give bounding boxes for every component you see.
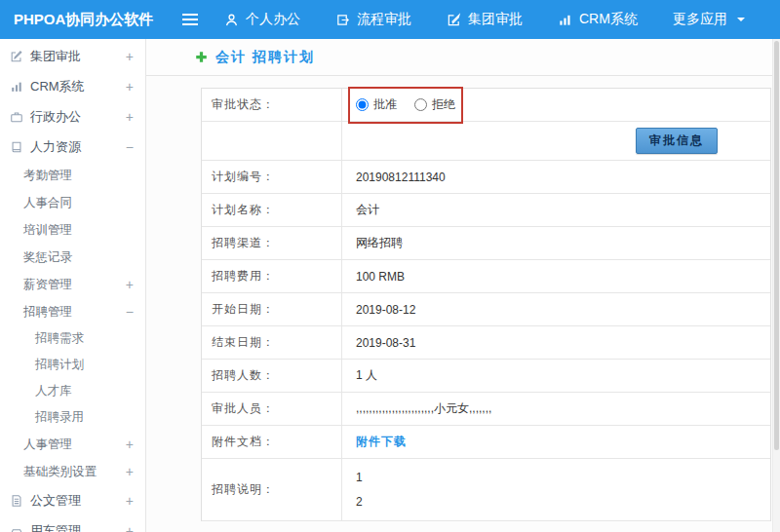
sidebar-item-label: 人才库 bbox=[35, 383, 72, 399]
top-navigation: 个人办公 流程审批 集团审批 CRM系统 更多应用 bbox=[224, 11, 746, 28]
breadcrumb: 会计 招聘计划 bbox=[146, 39, 780, 76]
field-label: 结束日期： bbox=[202, 326, 342, 359]
field-label: 开始日期： bbox=[202, 293, 342, 325]
field-label: 招聘渠道： bbox=[202, 227, 342, 259]
sidebar-item-label: 薪资管理 bbox=[23, 277, 72, 293]
edit-icon bbox=[10, 50, 23, 63]
approval-info-button[interactable]: 审批信息 bbox=[636, 128, 718, 154]
radio-reject-label: 拒绝 bbox=[432, 96, 455, 113]
nav-item-label: 流程审批 bbox=[357, 11, 411, 28]
expand-icon[interactable]: + bbox=[126, 50, 134, 63]
field-label: 审批人员： bbox=[202, 393, 342, 425]
topbar: PHPOA协同办公软件 个人办公 流程审批 集团审批 CRM系统 bbox=[0, 0, 780, 39]
sidebar-item-training[interactable]: 培训管理 bbox=[0, 216, 145, 244]
nav-more-apps[interactable]: 更多应用 bbox=[673, 11, 746, 28]
expand-icon[interactable]: + bbox=[126, 110, 134, 124]
sidebar-item-salary[interactable]: 薪资管理 + bbox=[0, 271, 145, 298]
table-row-cost: 招聘费用： 100 RMB bbox=[202, 260, 770, 293]
table-row-end-date: 结束日期： 2019-08-31 bbox=[202, 326, 770, 360]
table-row-plan-number: 计划编号： 20190812111340 bbox=[202, 161, 770, 194]
expand-icon[interactable]: + bbox=[126, 494, 134, 508]
description-line: 2 bbox=[356, 494, 363, 511]
approval-radio-group: 批准 拒绝 bbox=[356, 96, 455, 113]
sidebar-item-label: 行政办公 bbox=[30, 108, 81, 126]
radio-approve-input[interactable] bbox=[356, 98, 369, 111]
field-label: 审批状态： bbox=[202, 89, 342, 121]
sidebar-item-label: 考勤管理 bbox=[23, 168, 72, 184]
field-label: 计划名称： bbox=[202, 194, 342, 226]
field-label: 招聘说明： bbox=[202, 459, 342, 520]
sidebar-item-documents[interactable]: 公文管理 + bbox=[0, 485, 145, 515]
sidebar-item-recruit-demand[interactable]: 招聘需求 bbox=[0, 325, 145, 352]
field-value: 附件下载 bbox=[342, 426, 770, 458]
sidebar-item-label: 培训管理 bbox=[23, 222, 72, 239]
detail-panel: 审批状态： 批准 拒绝 bbox=[146, 76, 780, 521]
nav-process-approval[interactable]: 流程审批 bbox=[335, 11, 411, 28]
sidebar-item-label: 集团审批 bbox=[30, 48, 81, 65]
scrollbar-thumb[interactable] bbox=[774, 41, 779, 450]
table-row-actions: 审批信息 bbox=[202, 122, 770, 161]
description-line: 1 bbox=[356, 470, 363, 486]
workflow-icon bbox=[335, 13, 350, 27]
sidebar: 集团审批 + CRM系统 + 行政办公 + 人力资源 − 考勤管理 bbox=[0, 39, 146, 532]
sidebar-item-label: 人事管理 bbox=[23, 437, 72, 453]
collapse-icon[interactable]: − bbox=[126, 140, 134, 154]
nav-item-label: 个人办公 bbox=[246, 11, 300, 28]
nav-group-approval[interactable]: 集团审批 bbox=[447, 11, 523, 28]
expand-icon[interactable]: + bbox=[126, 437, 134, 451]
sidebar-item-hr-contract[interactable]: 人事合同 bbox=[0, 189, 145, 216]
field-label: 招聘人数： bbox=[202, 360, 342, 392]
field-value: 审批信息 bbox=[342, 122, 770, 160]
page-title: 会计 招聘计划 bbox=[215, 49, 315, 66]
sidebar-item-rewards[interactable]: 奖惩记录 bbox=[0, 244, 145, 271]
sidebar-item-label: 奖惩记录 bbox=[23, 249, 72, 266]
radio-approve[interactable]: 批准 bbox=[356, 96, 397, 113]
book-icon bbox=[10, 140, 23, 154]
radio-reject-input[interactable] bbox=[414, 98, 427, 111]
sidebar-item-vehicle[interactable]: 用车管理 + bbox=[0, 515, 145, 532]
scrollbar[interactable] bbox=[772, 39, 780, 532]
field-value: 2019-08-12 bbox=[342, 293, 770, 325]
sidebar-item-base-category[interactable]: 基础类别设置 + bbox=[0, 458, 145, 485]
field-value: 1 人 bbox=[342, 360, 770, 392]
field-value: ,,,,,,,,,,,,,,,,,,,,,,,,小元女,,,,,,, bbox=[342, 393, 770, 425]
sidebar-item-label: 人事合同 bbox=[23, 195, 72, 211]
field-label bbox=[202, 122, 342, 160]
sidebar-item-talent-pool[interactable]: 人才库 bbox=[0, 378, 145, 404]
nav-item-label: 更多应用 bbox=[673, 11, 727, 28]
nav-item-label: CRM系统 bbox=[579, 11, 638, 28]
person-icon bbox=[224, 13, 239, 27]
expand-icon[interactable]: + bbox=[126, 80, 134, 94]
field-value: 网络招聘 bbox=[342, 227, 770, 259]
hamburger-menu-icon[interactable] bbox=[181, 13, 199, 26]
sidebar-item-label: 公文管理 bbox=[30, 492, 81, 510]
chevron-down-icon bbox=[736, 12, 746, 27]
document-icon bbox=[10, 494, 23, 508]
table-row-description: 招聘说明： 1 2 bbox=[202, 459, 770, 521]
table-row-plan-name: 计划名称： 会计 bbox=[202, 194, 770, 227]
sidebar-item-group-approval[interactable]: 集团审批 + bbox=[0, 41, 145, 71]
expand-icon[interactable]: + bbox=[126, 465, 134, 478]
sidebar-item-personnel[interactable]: 人事管理 + bbox=[0, 431, 145, 458]
sidebar-item-recruit-plan[interactable]: 招聘计划 bbox=[0, 352, 145, 378]
radio-reject[interactable]: 拒绝 bbox=[414, 96, 455, 113]
nav-crm-system[interactable]: CRM系统 bbox=[558, 11, 638, 28]
sidebar-item-label: 用车管理 bbox=[30, 522, 81, 532]
bar-chart-icon bbox=[558, 13, 572, 27]
car-icon bbox=[10, 524, 23, 532]
collapse-icon[interactable]: − bbox=[126, 305, 134, 319]
sidebar-item-admin-office[interactable]: 行政办公 + bbox=[0, 101, 145, 132]
field-value: 会计 bbox=[342, 194, 770, 226]
field-value: 批准 拒绝 bbox=[342, 89, 770, 121]
expand-icon[interactable]: + bbox=[126, 278, 134, 291]
sidebar-item-recruit-hire[interactable]: 招聘录用 bbox=[0, 404, 145, 431]
field-label: 附件文档： bbox=[202, 426, 342, 458]
sidebar-item-attendance[interactable]: 考勤管理 bbox=[0, 162, 145, 189]
sidebar-item-crm[interactable]: CRM系统 + bbox=[0, 71, 145, 101]
expand-icon[interactable]: + bbox=[126, 524, 134, 532]
field-value: 20190812111340 bbox=[342, 161, 770, 193]
sidebar-item-hr[interactable]: 人力资源 − bbox=[0, 132, 145, 162]
sidebar-item-recruitment[interactable]: 招聘管理 − bbox=[0, 298, 145, 325]
nav-personal-office[interactable]: 个人办公 bbox=[224, 11, 300, 28]
attachment-download-link[interactable]: 附件下载 bbox=[356, 434, 407, 450]
